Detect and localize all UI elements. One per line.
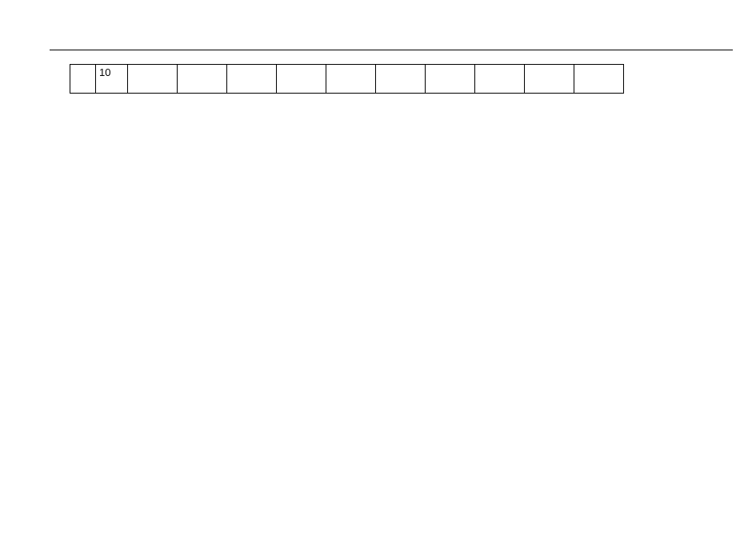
table-cell	[277, 65, 326, 94]
document-page: 10	[0, 0, 756, 535]
table-cell	[178, 65, 227, 94]
table-cell	[376, 65, 426, 94]
table-cell	[227, 65, 277, 94]
table-cell	[574, 65, 624, 94]
table-cell: 10	[96, 65, 128, 94]
table-cell	[70, 65, 96, 94]
table-cell	[426, 65, 475, 94]
data-table: 10	[70, 64, 624, 94]
table-container: 10	[70, 64, 624, 94]
table-cell	[525, 65, 574, 94]
table-cell	[475, 65, 525, 94]
table-cell	[326, 65, 376, 94]
table-row: 10	[70, 65, 624, 94]
table-cell	[128, 65, 178, 94]
horizontal-rule	[50, 50, 733, 50]
